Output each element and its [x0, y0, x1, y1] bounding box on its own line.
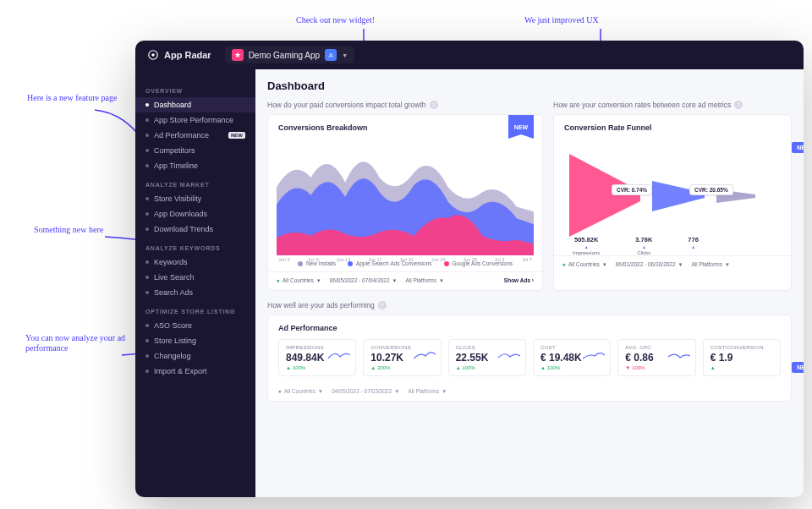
chevron-down-icon: ▼: [342, 52, 348, 58]
filter-countries[interactable]: ●All Countries▼: [278, 388, 323, 394]
app-selector[interactable]: ★ Demo Gaming App A ▼: [225, 47, 354, 63]
cvr-badge-2: CVR: 20.65%: [689, 184, 733, 195]
sidebar-item-aso-score[interactable]: ASO Score: [135, 318, 255, 333]
filter-dates[interactable]: 04/05/2022 - 07/03/2022▼: [332, 388, 399, 394]
ad-perf-filters: ●All Countries▼ 04/05/2022 - 07/03/2022▼…: [278, 381, 781, 394]
conversions-breakdown-card: NEW Conversions Breakdown Jun 5Jun 9Jun …: [267, 114, 543, 291]
filter-countries[interactable]: ●All Countries▼: [562, 261, 607, 267]
filter-platforms[interactable]: All Platforms▼: [406, 277, 444, 283]
ad-performance-card: Ad Performance IMPRESSIONS 849.84K ▲ 100…: [267, 315, 792, 402]
info-icon[interactable]: ?: [430, 101, 438, 109]
svg-point-1: [151, 53, 155, 57]
info-icon[interactable]: ?: [378, 301, 387, 309]
kpi-cost[interactable]: COST € 19.48K ▲ 100%: [533, 339, 611, 376]
page-title: Dashboard: [267, 79, 792, 92]
sidebar-item-changelog[interactable]: Changelog: [135, 348, 255, 364]
new-ribbon: NEW: [508, 115, 534, 139]
filter-platforms[interactable]: All Platforms▼: [692, 261, 730, 267]
card-title: Conversions Breakdown: [268, 115, 542, 134]
info-icon[interactable]: ?: [734, 101, 743, 109]
sidebar-section-analyze-keywords: ANALYZE KEYWORDS: [135, 237, 255, 254]
filter-platforms[interactable]: All Platforms▼: [409, 388, 447, 394]
kpi-clicks[interactable]: CLICKS 22.55K ▲ 100%: [448, 339, 526, 376]
app-avatar: A: [325, 49, 337, 61]
conversions-area-chart: Jun 5Jun 9Jun 13Jun 17Jun 21Jun 25Jun 29…: [277, 139, 534, 255]
sidebar-item-keywords[interactable]: Keywords: [135, 254, 255, 270]
conversion-funnel-card: Conversion Rate Funnel CVR: 0.74% CVR: 2…: [553, 114, 792, 291]
sidebar-section-overview: OVERVIEW: [135, 79, 255, 97]
brand-logo-icon: [147, 49, 159, 61]
sidebar-item-live-search[interactable]: Live Search: [135, 270, 255, 285]
show-ads-link[interactable]: Show Ads ›: [504, 277, 534, 283]
cutoff-new-badge-2: NE: [792, 362, 804, 373]
sidebar-item-app-store-performance[interactable]: App Store Performance: [135, 112, 255, 128]
cutoff-new-badge-1: NE: [792, 142, 804, 153]
annotation-new-widget: Check out new widget!: [296, 15, 375, 25]
section-paid-conversions-question: How do your paid conversions impact tota…: [267, 101, 543, 109]
section-ad-perf-question: How well are your ads performing?: [267, 301, 792, 309]
sidebar-item-app-timeline[interactable]: App Timeline: [135, 158, 255, 173]
x-axis-labels: Jun 5Jun 9Jun 13Jun 17Jun 21Jun 25Jun 29…: [277, 255, 534, 262]
brand-text: App Radar: [164, 50, 211, 60]
app-name: Demo Gaming App: [249, 51, 321, 60]
conversions-filters: ●All Countries▼ 06/05/2022 - 07/04/2022▼…: [268, 271, 542, 290]
filter-dates[interactable]: 06/05/2022 - 07/04/2022▼: [330, 277, 398, 283]
sidebar-item-store-visibility[interactable]: Store Visibility: [135, 191, 255, 206]
sidebar-item-import-export[interactable]: Import & Export: [135, 364, 255, 379]
card-title: Conversion Rate Funnel: [554, 115, 791, 134]
section-conversion-rates-question: How are your conversion rates between co…: [553, 101, 792, 109]
filter-dates[interactable]: 06/01/2022 - 06/30/2022▼: [616, 261, 683, 267]
sidebar-item-competitors[interactable]: Competitors: [135, 143, 255, 158]
cvr-badge-1: CVR: 0.74%: [612, 184, 652, 195]
card-title: Ad Performance: [278, 324, 781, 332]
sidebar-item-search-ads[interactable]: Search Ads: [135, 285, 255, 300]
globe-icon: ●: [278, 388, 282, 394]
new-badge: NEW: [228, 132, 245, 139]
sidebar: OVERVIEW Dashboard App Store Performance…: [135, 69, 255, 497]
sidebar-section-analyze-market: ANALYZE MARKET: [135, 173, 255, 191]
annotation-something-new: Something new here: [34, 225, 103, 235]
globe-icon: ●: [277, 277, 280, 283]
filter-countries[interactable]: ●All Countries▼: [277, 277, 321, 283]
annotation-analyze-ads: You can now analyze your ad performance: [25, 333, 135, 353]
annotation-new-feature: Here is a new feature page: [27, 93, 120, 103]
sidebar-item-store-listing[interactable]: Store Listing: [135, 333, 255, 348]
main-content: Dashboard How do your paid conversions i…: [255, 69, 804, 497]
sidebar-section-optimize-store: OPTIMIZE STORE LISTING: [135, 300, 255, 318]
funnel-chart: CVR: 0.74% CVR: 20.65% 505.82K▲Impressio…: [562, 139, 782, 255]
sidebar-item-dashboard[interactable]: Dashboard: [135, 97, 255, 112]
annotation-improved-ux: We just improved UX: [524, 15, 599, 25]
brand: App Radar: [147, 49, 211, 61]
globe-icon: ●: [562, 261, 566, 267]
kpi-row: IMPRESSIONS 849.84K ▲ 100% CONVERSIONS 1…: [278, 339, 781, 376]
app-icon: ★: [232, 49, 244, 61]
kpi-cost-per-conversion[interactable]: COST/CONVERSION € 1.9 ▲: [703, 339, 781, 376]
funnel-filters: ●All Countries▼ 06/01/2022 - 06/30/2022▼…: [554, 255, 791, 274]
kpi-impressions[interactable]: IMPRESSIONS 849.84K ▲ 100%: [278, 339, 356, 376]
sidebar-item-download-trends[interactable]: Download Trends: [135, 222, 255, 237]
kpi-conversions[interactable]: CONVERSIONS 10.27K ▲ 200%: [363, 339, 441, 376]
sidebar-item-ad-performance[interactable]: Ad PerformanceNEW: [135, 128, 255, 143]
sidebar-item-app-downloads[interactable]: App Downloads: [135, 206, 255, 222]
app-window: App Radar ★ Demo Gaming App A ▼ OVERVIEW…: [135, 41, 804, 497]
kpi-avg-cpc[interactable]: AVG. CPC € 0.86 ▼ 100%: [617, 339, 695, 376]
topbar: App Radar ★ Demo Gaming App A ▼: [135, 41, 804, 69]
